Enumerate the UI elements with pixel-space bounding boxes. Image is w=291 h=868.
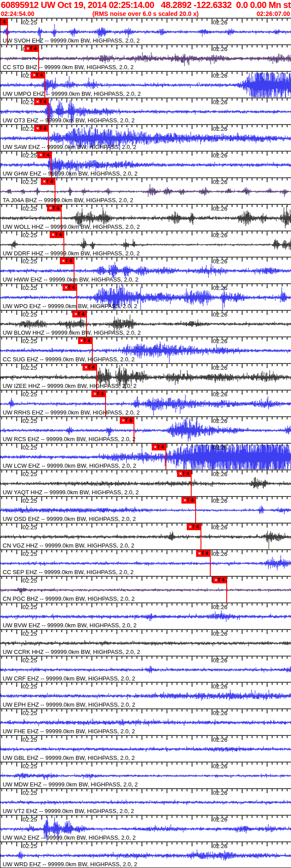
pick-flag[interactable]: ×T 4	[152, 444, 166, 450]
event-header: 60895912 UW Oct 19, 2014 02:25:14.00 48.…	[0, 0, 291, 18]
pick-phase-label: T 4	[52, 205, 59, 211]
pick-flag[interactable]: ×T 4	[72, 311, 87, 317]
pick-phase-label: T 4	[182, 471, 189, 476]
trace-row-wa2: 02:2502:26UW WA2 EHZ -- 99999.0km BW, HI…	[0, 815, 291, 841]
pick-flag[interactable]: ×T 4	[0, 19, 8, 25]
time-ruler	[0, 550, 291, 556]
time-ruler	[0, 815, 291, 821]
trace-row-bvw: 02:2502:26UW BVW EHZ -- 99999.0km BW, HI…	[0, 602, 291, 629]
trace-row-sep: 02:2502:26×T 4CC SEP EHZ -- 99999.0km BW…	[0, 549, 291, 576]
time-ruler	[0, 364, 291, 370]
trace-row-rrhs: 02:2502:26×T 4UW RRHS EHZ -- 99999.0km B…	[0, 390, 291, 416]
minute-label-right: 02:26	[213, 232, 228, 238]
minute-label-right: 02:26	[213, 46, 228, 52]
pick-flag[interactable]: ×T 4	[212, 577, 227, 583]
pick-flag[interactable]: ×T 4	[196, 550, 210, 557]
pick-flag[interactable]: ×T 4	[34, 125, 48, 132]
pick-flag[interactable]: ×T 4	[24, 45, 39, 52]
seismogram-trace	[0, 238, 291, 250]
trace-row-hww: 02:2502:26×T 4UW HWW EHZ -- 99999.0km BW…	[0, 257, 291, 283]
pick-flag[interactable]: ×T 4	[47, 205, 61, 211]
pick-flag[interactable]: ×T 4	[34, 98, 48, 105]
seismogram-trace	[0, 800, 291, 805]
seismogram-trace	[0, 587, 291, 594]
minute-label-right: 02:26	[213, 684, 228, 689]
time-ruler	[0, 523, 291, 529]
seismogram-trace	[0, 477, 291, 489]
trace-row-gbl: 02:2502:26UW GBL EHZ -- 99999.0km BW, HI…	[0, 735, 291, 762]
trace-row-svoh: 02:2502:26×T 4UW SVOH EHZ -- 99999.0km B…	[0, 18, 291, 44]
time-ruler	[0, 682, 291, 688]
minute-label-right: 02:26	[213, 206, 228, 211]
trace-row-saw: 02:2502:26×T 4UW SAW EHZ -- 99999.0km BW…	[0, 124, 291, 151]
trace-label: UW LCW EHZ -- 99999.0km BW, HIGHPASS, 2.…	[3, 463, 136, 469]
minute-label-left: 02:25	[23, 206, 37, 211]
pick-flag[interactable]: ×T 4	[37, 152, 51, 158]
minute-label-right: 02:26	[213, 445, 228, 450]
trace-row-woll: 02:2502:26×T 4UW WOLL HHZ -- 99999.0km B…	[0, 204, 291, 231]
minute-label-right: 02:26	[213, 258, 228, 264]
time-ruler	[0, 735, 291, 742]
pick-flag[interactable]: ×T 4	[60, 258, 74, 264]
minute-label-right: 02:26	[213, 152, 228, 158]
trace-label: UW WPO EHZ -- 99999.0km BW, HIGHPASS, 2.…	[3, 303, 137, 309]
seismogram-trace	[0, 505, 291, 514]
minute-label-left: 02:25	[23, 179, 37, 185]
pick-phase-label: T 4	[87, 364, 94, 370]
trace-row-eph: 02:2502:26UW EPH EHZ -- 99999.0km BW, HI…	[0, 682, 291, 708]
pick-phase-label: T 4	[39, 99, 46, 104]
pick-flag[interactable]: ×T 4	[187, 524, 201, 530]
pick-phase-label: T 4	[35, 72, 43, 78]
minute-label-right: 02:26	[213, 551, 228, 557]
pick-flag[interactable]: ×T 4	[181, 497, 196, 504]
trace-row-pgc: 02:2502:26×T 4CN PGC BHZ -- 99999.0km BW…	[0, 576, 291, 602]
minute-label-right: 02:26	[213, 20, 228, 25]
minute-label-left: 02:25	[23, 471, 37, 477]
pick-flag[interactable]: ×T 4	[63, 284, 77, 291]
minute-label-left: 02:25	[23, 285, 37, 291]
minute-label-right: 02:26	[213, 179, 228, 185]
minute-label-right: 02:26	[213, 524, 228, 530]
pick-flag[interactable]: ×T 4	[41, 178, 55, 185]
trace-label: UW SVOH EHZ -- 99999.0km BW, HIGHPASS, 2…	[3, 38, 140, 44]
trace-label: UW OT3 EHZ -- 99999.0km BW, HIGHPASS, 2.…	[3, 117, 134, 124]
trace-label: CC STD BHZ -- 99999.0km BW, HIGHPASS, 2.…	[3, 64, 134, 70]
pick-flag[interactable]: ×T 4	[177, 470, 191, 477]
minute-label-right: 02:26	[213, 126, 228, 132]
minute-label-right: 02:26	[213, 312, 228, 317]
pick-phase-label: T 4	[125, 418, 132, 423]
pick-phase-label: T 4	[67, 285, 75, 290]
time-ruler	[0, 603, 291, 609]
minute-label-left: 02:25	[23, 817, 37, 822]
trace-label: UW WRD EHZ -- 99999.0km BW, HIGHPASS, 2.…	[3, 861, 137, 868]
trace-label: CN VGZ HHZ -- 99999.0km BW, HIGHPASS, 2.…	[3, 543, 134, 549]
pick-phase-label: T 4	[157, 444, 164, 450]
trace-row-ot3: 02:2502:26×T 4UW OT3 EHZ -- 99999.0km BW…	[0, 98, 291, 124]
minute-label-left: 02:25	[23, 684, 37, 689]
pick-flag[interactable]: ×T 4	[31, 72, 45, 78]
trace-label: UW GBL EHZ -- 99999.0km BW, HIGHPASS, 2.…	[3, 755, 135, 761]
pick-flag[interactable]: ×T 4	[78, 337, 92, 344]
time-ruler	[0, 709, 291, 715]
event-summary: 60895912 UW Oct 19, 2014 02:25:14.00 48.…	[1, 0, 291, 10]
seismogram-trace	[0, 719, 291, 727]
pick-flag[interactable]: ×T 4	[120, 417, 134, 424]
pick-flag[interactable]: ×T 4	[50, 231, 64, 238]
trace-label: UW DDRF HHZ -- 99999.0km BW, HIGHPASS, 2…	[3, 250, 140, 257]
minute-label-right: 02:26	[213, 338, 228, 344]
minute-label-left: 02:25	[23, 604, 37, 610]
trace-label: UW RRHS EHZ -- 99999.0km BW, HIGHPASS, 2…	[3, 410, 140, 416]
window-start-time: 02:24:54.00	[1, 10, 35, 17]
trace-row-rcs: 02:2502:26×T 4UW RCS EHZ -- 99999.0km BW…	[0, 416, 291, 443]
minute-label-right: 02:26	[213, 418, 228, 424]
pick-flag[interactable]: ×T 4	[83, 364, 97, 371]
minute-label-right: 02:26	[213, 790, 228, 796]
trace-row-vt2: 02:2502:26UW VT2 EHZ -- 99999.0km BW, HI…	[0, 788, 291, 815]
trace-label: UW GHW EHZ -- 99999.0km BW, HIGHPASS, 2.…	[3, 171, 138, 177]
pick-flag[interactable]: ×T 4	[91, 391, 106, 397]
trace-row-umpo: 02:2502:26×T 4UW UMPO EHZ -- 99999.0km B…	[0, 71, 291, 98]
pick-phase-label: T 4	[96, 391, 103, 396]
time-ruler	[0, 762, 291, 768]
trace-label: UW OSD EHZ -- 99999.0km BW, HIGHPASS, 2.…	[3, 516, 136, 522]
trace-label: UW EPH EHZ -- 99999.0km BW, HIGHPASS, 2.…	[3, 702, 135, 708]
